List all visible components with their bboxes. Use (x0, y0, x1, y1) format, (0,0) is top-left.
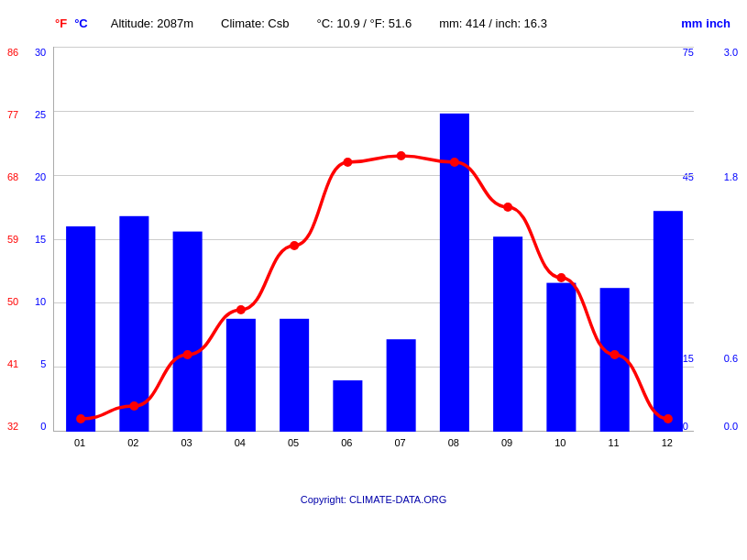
y-axis-inch: 3.0 1.8 0.6 0.0 (724, 47, 738, 432)
svg-point-16 (290, 241, 299, 250)
svg-point-20 (503, 203, 512, 212)
mm-axis-label: mm (681, 16, 702, 30)
svg-point-22 (610, 350, 620, 359)
altitude-label: Altitude: 2087m (111, 16, 193, 30)
copyright-text: Copyright: CLIMATE-DATA.ORG (0, 494, 747, 505)
svg-point-15 (236, 305, 246, 314)
svg-point-21 (556, 273, 566, 282)
svg-point-18 (397, 151, 406, 160)
temp-line-svg (54, 47, 694, 431)
y-axis-fahrenheit: 86 77 68 59 50 41 32 (7, 47, 18, 432)
chart-header: °F °C Altitude: 2087m Climate: Csb °C: 1… (0, 9, 747, 34)
inch-axis-label: inch (706, 16, 731, 30)
x-axis-labels: 01 02 03 04 05 06 07 08 09 10 11 12 (53, 434, 694, 448)
temp-info: °C: 10.9 / °F: 51.6 (317, 16, 412, 30)
svg-point-14 (183, 350, 192, 359)
chart-container: °F °C Altitude: 2087m Climate: Csb °C: 1… (0, 0, 747, 560)
svg-point-23 (664, 414, 673, 423)
svg-point-12 (76, 414, 85, 423)
celsius-label: °C (74, 16, 88, 30)
y-axis-celsius: 30 25 20 15 10 5 0 (35, 47, 46, 432)
climate-label: Climate: Csb (221, 16, 289, 30)
svg-point-19 (450, 158, 459, 167)
svg-point-17 (343, 158, 352, 167)
precip-info: mm: 414 / inch: 16.3 (439, 16, 547, 30)
chart-plot-area (53, 47, 694, 432)
svg-point-13 (129, 401, 138, 411)
fahrenheit-label: °F (55, 16, 67, 30)
